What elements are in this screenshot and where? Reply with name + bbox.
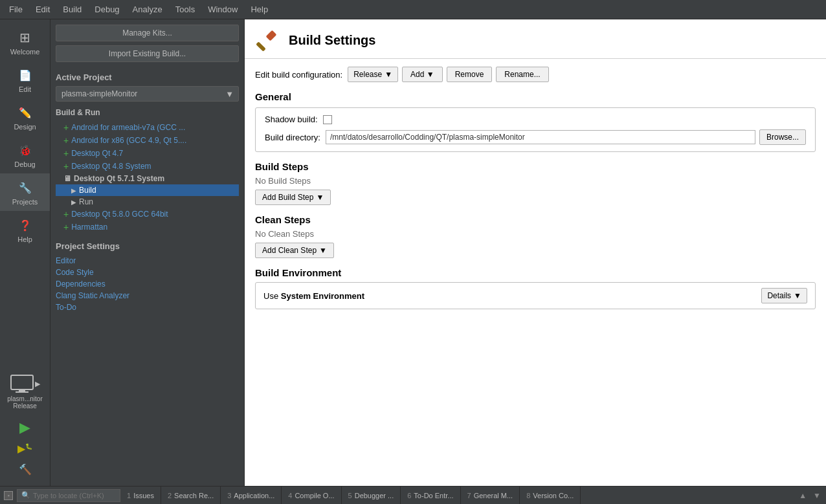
project-monitor-item[interactable]: ▶ plasm...nitor Release bbox=[0, 371, 50, 413]
sidebar-item-edit[interactable]: 📄 Edit bbox=[0, 61, 50, 98]
status-tab-general[interactable]: 7 General M... bbox=[461, 487, 520, 505]
tree-item-run[interactable]: ▶ Run bbox=[56, 196, 239, 208]
active-project-label: Active Project bbox=[56, 72, 239, 82]
status-bar: ▪ 🔍 1 Issues 2 Search Re... 3 Applicatio… bbox=[0, 486, 826, 504]
general-box: Shadow build: Build directory: Browse... bbox=[255, 107, 816, 152]
search-bar: 🔍 bbox=[17, 489, 120, 502]
import-build-button[interactable]: Import Existing Build... bbox=[56, 45, 239, 62]
no-build-steps-label: No Build Steps bbox=[255, 176, 816, 186]
add-btn-label: Add bbox=[410, 70, 424, 79]
config-row: Edit build configuration: Release ▼ Add … bbox=[255, 67, 816, 82]
build-env-box: Use System Environment Details ▼ bbox=[255, 282, 816, 309]
settings-link-code-style[interactable]: Code Style bbox=[56, 267, 239, 278]
menu-analyze[interactable]: Analyze bbox=[126, 2, 169, 17]
settings-link-dependencies[interactable]: Dependencies bbox=[56, 278, 239, 290]
sidebar-label-help: Help bbox=[17, 236, 32, 243]
status-tab-compile[interactable]: 4 Compile O... bbox=[282, 487, 341, 505]
run-debug-button[interactable]: ▶🐛 bbox=[14, 439, 37, 457]
bottom-project-name: plasm...nitor bbox=[7, 395, 42, 402]
tree-label: Desktop Qt 4.8 System bbox=[71, 162, 151, 171]
tree-dot-icon: + bbox=[63, 148, 69, 159]
sidebar-item-projects[interactable]: 🔧 Projects bbox=[0, 173, 50, 211]
status-tab-version[interactable]: 8 Version Co... bbox=[520, 487, 581, 505]
settings-link-clang[interactable]: Clang Static Analyzer bbox=[56, 290, 239, 301]
hammer-icon bbox=[255, 27, 281, 53]
svg-rect-2 bbox=[16, 391, 28, 393]
tree-item-desktop-qt48[interactable]: + Desktop Qt 4.8 System bbox=[56, 160, 239, 173]
tree-item-desktop-qt47[interactable]: + Desktop Qt 4.7 bbox=[56, 147, 239, 160]
tree-item-desktop-qt58[interactable]: + Desktop Qt 5.8.0 GCC 64bit bbox=[56, 208, 239, 221]
tree-label: Run bbox=[79, 197, 93, 206]
tree-arrow-icon: ▶ bbox=[71, 187, 76, 194]
run-play-icon: ▶ bbox=[19, 419, 30, 436]
browse-button[interactable]: Browse... bbox=[759, 129, 806, 145]
tab-num-2: 2 bbox=[168, 492, 172, 499]
manage-kits-button[interactable]: Manage Kits... bbox=[56, 25, 239, 41]
add-clean-step-button[interactable]: Add Clean Step ▼ bbox=[255, 243, 334, 258]
project-settings-title: Project Settings bbox=[56, 241, 239, 251]
status-down-arrow[interactable]: ▼ bbox=[810, 491, 823, 500]
tree-label: Android for armeabi-v7a (GCC ... bbox=[71, 123, 185, 132]
status-tab-debugger[interactable]: 5 Debugger ... bbox=[342, 487, 401, 505]
tab-num-1: 1 bbox=[127, 492, 131, 499]
sidebar-item-welcome[interactable]: ⊞ Welcome bbox=[0, 23, 50, 61]
remove-config-button[interactable]: Remove bbox=[447, 67, 493, 82]
build-settings-body: Edit build configuration: Release ▼ Add … bbox=[245, 59, 826, 317]
tab-label-application: Application... bbox=[234, 492, 274, 499]
add-config-button[interactable]: Add ▼ bbox=[402, 67, 443, 82]
config-dropdown[interactable]: Release ▼ bbox=[348, 67, 398, 82]
search-input[interactable] bbox=[33, 492, 116, 499]
tab-label-todo: To-Do Entr... bbox=[414, 492, 453, 499]
menu-build[interactable]: Build bbox=[56, 2, 88, 17]
tree-label: Desktop Qt 4.7 bbox=[71, 149, 123, 158]
tree-item-android-x86[interactable]: + Android for x86 (GCC 4.9, Qt 5.... bbox=[56, 134, 239, 147]
sidebar-item-help[interactable]: ❓ Help bbox=[0, 211, 50, 248]
config-label: Edit build configuration: bbox=[255, 70, 342, 80]
sidebar-label-projects: Projects bbox=[12, 198, 38, 206]
tree-arrow-icon: ▶ bbox=[71, 199, 76, 206]
menu-edit[interactable]: Edit bbox=[29, 2, 56, 17]
rename-config-button[interactable]: Rename... bbox=[496, 67, 548, 82]
add-build-step-button[interactable]: Add Build Step ▼ bbox=[255, 190, 331, 205]
search-icon: 🔍 bbox=[21, 491, 30, 499]
settings-link-todo[interactable]: To-Do bbox=[56, 301, 239, 313]
config-dropdown-arrow-icon: ▼ bbox=[385, 70, 392, 79]
tree-item-harmattan[interactable]: + Harmattan bbox=[56, 221, 239, 234]
sidebar-item-debug[interactable]: 🐞 Debug bbox=[0, 136, 50, 173]
tree-label: Build bbox=[79, 186, 96, 195]
sidebar-label-design: Design bbox=[14, 123, 36, 131]
build-steps-title: Build Steps bbox=[255, 161, 816, 172]
tab-label-general: General M... bbox=[474, 492, 513, 499]
status-tab-search[interactable]: 2 Search Re... bbox=[161, 487, 221, 505]
status-up-arrow[interactable]: ▲ bbox=[796, 491, 809, 500]
status-square-button[interactable]: ▪ bbox=[4, 491, 13, 500]
project-select[interactable]: plasma-simpleMonitor bbox=[56, 86, 239, 102]
status-tab-issues[interactable]: 1 Issues bbox=[120, 487, 161, 505]
menu-debug[interactable]: Debug bbox=[88, 2, 126, 17]
sidebar-bottom: ▶ plasm...nitor Release ▶ ▶🐛 🔨 bbox=[0, 371, 50, 486]
left-panel: Manage Kits... Import Existing Build... … bbox=[50, 19, 245, 486]
settings-link-editor[interactable]: Editor bbox=[56, 255, 239, 267]
general-section-title: General bbox=[255, 91, 816, 102]
menu-tools[interactable]: Tools bbox=[169, 2, 201, 17]
env-strong-text: System Environment bbox=[281, 291, 364, 301]
tree-item-desktop-qt571[interactable]: 🖥 Desktop Qt 5.7.1 System bbox=[56, 173, 239, 184]
menu-window[interactable]: Window bbox=[201, 2, 244, 17]
shadow-build-label: Shadow build: bbox=[265, 115, 318, 124]
run-button[interactable]: ▶ bbox=[14, 419, 37, 437]
menu-file[interactable]: File bbox=[3, 2, 29, 17]
build-button[interactable]: 🔨 bbox=[14, 460, 37, 478]
tab-label-issues: Issues bbox=[133, 492, 154, 499]
details-button[interactable]: Details ▼ bbox=[761, 288, 807, 303]
tree-item-android-armeabi[interactable]: + Android for armeabi-v7a (GCC ... bbox=[56, 121, 239, 134]
status-tab-todo[interactable]: 6 To-Do Entr... bbox=[401, 487, 460, 505]
projects-icon: 🔧 bbox=[16, 179, 34, 197]
status-tab-application[interactable]: 3 Application... bbox=[221, 487, 282, 505]
menu-help[interactable]: Help bbox=[244, 2, 274, 17]
build-dir-input[interactable] bbox=[326, 130, 755, 144]
icon-sidebar: ⊞ Welcome 📄 Edit ✏️ Design 🐞 Debug 🔧 Pro… bbox=[0, 19, 50, 486]
sidebar-item-design[interactable]: ✏️ Design bbox=[0, 98, 50, 136]
tree-label: Android for x86 (GCC 4.9, Qt 5.... bbox=[71, 136, 186, 145]
tree-item-build[interactable]: ▶ Build bbox=[56, 184, 239, 196]
shadow-build-checkbox[interactable] bbox=[323, 115, 332, 124]
